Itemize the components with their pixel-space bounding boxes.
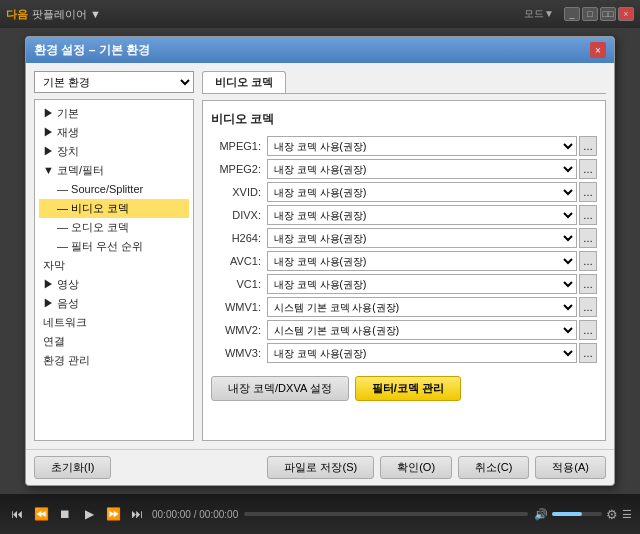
tree-item-network[interactable]: 네트워크 xyxy=(39,313,189,332)
player-right: 🔊 ⚙ ☰ xyxy=(534,507,632,522)
close-button[interactable]: × xyxy=(618,7,634,21)
codec-select-3[interactable]: 내장 코덱 사용(권장) xyxy=(267,205,577,225)
tab-video-codec[interactable]: 비디오 코덱 xyxy=(202,71,286,93)
time-display: 00:00:00 / 00:00:00 xyxy=(152,509,238,520)
codec-row-7: WMV1:시스템 기본 코덱 사용(권장)… xyxy=(211,297,597,317)
tree-item-env_manage[interactable]: 환경 관리 xyxy=(39,351,189,370)
tree-item-filter_priority[interactable]: — 필터 우선 순위 xyxy=(39,237,189,256)
player-bar: ⏮ ⏪ ⏹ ▶ ⏩ ⏭ 00:00:00 / 00:00:00 🔊 ⚙ ☰ xyxy=(0,494,640,534)
stop-button[interactable]: ⏹ xyxy=(56,505,74,523)
codec-label-0: MPEG1: xyxy=(211,140,261,152)
settings-icon[interactable]: ⚙ xyxy=(606,507,618,522)
codec-config-btn-8[interactable]: … xyxy=(579,320,597,340)
app-logo: 다음 xyxy=(6,7,28,22)
next-button[interactable]: ⏭ xyxy=(128,505,146,523)
filter-codec-button[interactable]: 필터/코덱 관리 xyxy=(355,376,461,401)
codec-config-btn-3[interactable]: … xyxy=(579,205,597,225)
window-controls: 모드▼ _ □ □□ × xyxy=(524,7,634,21)
codec-select-5[interactable]: 내장 코덱 사용(권장) xyxy=(267,251,577,271)
codec-row-4: H264:내장 코덱 사용(권장)… xyxy=(211,228,597,248)
codec-label-6: VC1: xyxy=(211,278,261,290)
mode-label[interactable]: 모드▼ xyxy=(524,7,554,21)
codec-select-8[interactable]: 시스템 기본 코덱 사용(권장) xyxy=(267,320,577,340)
codec-select-2[interactable]: 내장 코덱 사용(권장) xyxy=(267,182,577,202)
codec-config-btn-6[interactable]: … xyxy=(579,274,597,294)
time-total: 00:00:00 xyxy=(199,509,238,520)
dialog-close-button[interactable]: × xyxy=(590,42,606,58)
prev-button[interactable]: ⏮ xyxy=(8,505,26,523)
tree-item-basic[interactable]: ▶ 기본 xyxy=(39,104,189,123)
forward-button[interactable]: ⏩ xyxy=(104,505,122,523)
codec-select-0[interactable]: 내장 코덱 사용(권장) xyxy=(267,136,577,156)
dialog-title: 환경 설정 – 기본 환경 xyxy=(34,42,150,59)
internal-codec-button[interactable]: 내장 코덱/DXVA 설정 xyxy=(211,376,349,401)
rewind-button[interactable]: ⏪ xyxy=(32,505,50,523)
tab-content: 비디오 코덱 MPEG1:내장 코덱 사용(권장)…MPEG2:내장 코덱 사용… xyxy=(202,100,606,441)
tree-item-source_splitter[interactable]: — Source/Splitter xyxy=(39,180,189,199)
codec-rows: MPEG1:내장 코덱 사용(권장)…MPEG2:내장 코덱 사용(권장)…XV… xyxy=(211,136,597,366)
codec-row-2: XVID:내장 코덱 사용(권장)… xyxy=(211,182,597,202)
codec-label-1: MPEG2: xyxy=(211,163,261,175)
codec-row-8: WMV2:시스템 기본 코덱 사용(권장)… xyxy=(211,320,597,340)
codec-label-2: XVID: xyxy=(211,186,261,198)
progress-bar[interactable] xyxy=(244,512,528,516)
maximize-button[interactable]: □□ xyxy=(600,7,616,21)
codec-config-btn-2[interactable]: … xyxy=(579,182,597,202)
env-dropdown[interactable]: 기본 환경 xyxy=(34,71,194,93)
codec-label-9: WMV3: xyxy=(211,347,261,359)
apply-button[interactable]: 적용(A) xyxy=(535,456,606,479)
codec-label-7: WMV1: xyxy=(211,301,261,313)
codec-select-9[interactable]: 내장 코덱 사용(권장) xyxy=(267,343,577,363)
codec-config-btn-7[interactable]: … xyxy=(579,297,597,317)
codec-label-5: AVC1: xyxy=(211,255,261,267)
codec-select-4[interactable]: 내장 코덱 사용(권장) xyxy=(267,228,577,248)
codec-select-7[interactable]: 시스템 기본 코덱 사용(권장) xyxy=(267,297,577,317)
right-panel: 비디오 코덱 비디오 코덱 MPEG1:내장 코덱 사용(권장)…MPEG2:내… xyxy=(202,71,606,441)
tab-bar: 비디오 코덱 xyxy=(202,71,606,94)
volume-icon[interactable]: 🔊 xyxy=(534,508,548,521)
app-title[interactable]: 팟플레이어 ▼ xyxy=(32,7,101,22)
codec-config-btn-0[interactable]: … xyxy=(579,136,597,156)
save-file-button[interactable]: 파일로 저장(S) xyxy=(267,456,374,479)
dialog-titlebar: 환경 설정 – 기본 환경 × xyxy=(26,37,614,63)
codec-row-9: WMV3:내장 코덱 사용(권장)… xyxy=(211,343,597,363)
confirm-button[interactable]: 확인(O) xyxy=(380,456,452,479)
codec-row-0: MPEG1:내장 코덱 사용(권장)… xyxy=(211,136,597,156)
codec-row-5: AVC1:내장 코덱 사용(권장)… xyxy=(211,251,597,271)
tree-item-play[interactable]: ▶ 재생 xyxy=(39,123,189,142)
playlist-icon[interactable]: ☰ xyxy=(622,508,632,521)
codec-config-btn-5[interactable]: … xyxy=(579,251,597,271)
tree-item-subtitle[interactable]: 자막 xyxy=(39,256,189,275)
codec-select-1[interactable]: 내장 코덱 사용(권장) xyxy=(267,159,577,179)
tree-item-device[interactable]: ▶ 장치 xyxy=(39,142,189,161)
codec-config-btn-9[interactable]: … xyxy=(579,343,597,363)
tree-item-audio_codec[interactable]: — 오디오 코덱 xyxy=(39,218,189,237)
volume-fill xyxy=(552,512,582,516)
codec-label-8: WMV2: xyxy=(211,324,261,336)
top-bar: 다음 팟플레이어 ▼ 모드▼ _ □ □□ × xyxy=(0,0,640,28)
codec-row-6: VC1:내장 코덱 사용(권장)… xyxy=(211,274,597,294)
tree-item-connection[interactable]: 연결 xyxy=(39,332,189,351)
cancel-button[interactable]: 취소(C) xyxy=(458,456,529,479)
codec-row-1: MPEG2:내장 코덱 사용(권장)… xyxy=(211,159,597,179)
codec-config-btn-1[interactable]: … xyxy=(579,159,597,179)
main-area: 환경 설정 – 기본 환경 × 기본 환경 ▶ 기본▶ 재생▶ 장치▼ 코덱/필… xyxy=(0,28,640,494)
minimize-button[interactable]: _ xyxy=(564,7,580,21)
codec-config-btn-4[interactable]: … xyxy=(579,228,597,248)
time-current: 00:00:00 xyxy=(152,509,191,520)
tree-item-video_codec[interactable]: — 비디오 코덱 xyxy=(39,199,189,218)
play-button[interactable]: ▶ xyxy=(80,505,98,523)
volume-bar[interactable] xyxy=(552,512,602,516)
codec-label-3: DIVX: xyxy=(211,209,261,221)
tree-item-video[interactable]: ▶ 영상 xyxy=(39,275,189,294)
restore-button[interactable]: □ xyxy=(582,7,598,21)
settings-tree: ▶ 기본▶ 재생▶ 장치▼ 코덱/필터— Source/Splitter— 비디… xyxy=(34,99,194,441)
codec-row-3: DIVX:내장 코덱 사용(권장)… xyxy=(211,205,597,225)
tree-item-codec_filter[interactable]: ▼ 코덱/필터 xyxy=(39,161,189,180)
tree-item-audio[interactable]: ▶ 음성 xyxy=(39,294,189,313)
dialog-body: 기본 환경 ▶ 기본▶ 재생▶ 장치▼ 코덱/필터— Source/Splitt… xyxy=(26,63,614,449)
section-title: 비디오 코덱 xyxy=(211,111,597,128)
codec-select-6[interactable]: 내장 코덱 사용(권장) xyxy=(267,274,577,294)
reset-button[interactable]: 초기화(I) xyxy=(34,456,111,479)
codec-action-buttons: 내장 코덱/DXVA 설정 필터/코덱 관리 xyxy=(211,376,597,401)
